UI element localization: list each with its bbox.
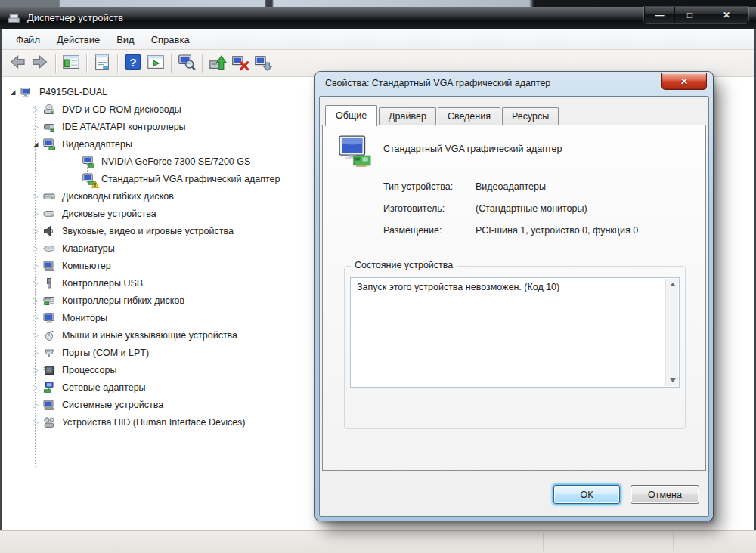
scan-hardware-changes-button[interactable] [175,53,198,74]
tree-item[interactable]: NVIDIA GeForce 7300 SE/7200 GS [2,153,280,170]
video-adapter-icon [42,137,57,151]
tree-item[interactable]: ▷Дисковые устройства [2,205,280,222]
action-pane-icon [147,53,165,74]
tree-item[interactable]: ▷Дисководы гибких дисков [2,187,280,205]
expand-arrow-icon[interactable]: ▷ [29,279,42,287]
tree-item-label: IDE ATA/ATAPI контроллеры [62,122,186,132]
expand-arrow-icon[interactable]: ▷ [29,296,42,304]
collapse-arrow-icon[interactable]: ◢ [6,88,20,96]
maximize-button[interactable]: □ [675,7,705,23]
expand-arrow-icon[interactable]: ▷ [29,418,42,426]
tree-item[interactable]: ▷Устройства HID (Human Interface Devices… [2,413,280,431]
tree-item[interactable]: ▷Сетевые адаптеры [2,378,280,396]
tree-item[interactable]: ◢Видеоадаптеры [2,135,280,153]
expand-arrow-icon[interactable]: ▷ [29,209,42,218]
toolbar-separator [117,54,118,73]
dialog-title[interactable]: Свойства: Стандартный VGA графический ад… [325,78,550,88]
menu-item-help[interactable]: Справка [143,31,198,48]
device-name: Стандартный VGA графический адаптер [383,144,562,154]
system-device-icon [42,398,57,412]
device-properties-dialog: Свойства: Стандартный VGA графический ад… [315,72,713,521]
tree-item-label: Порты (COM и LPT) [62,348,149,358]
tree-item[interactable]: ▷Процессоры [2,361,280,378]
tree-item[interactable]: ▷Контроллеры гибких дисков [2,292,280,309]
tab-Драйвер[interactable]: Драйвер [379,107,436,125]
menu-item-action[interactable]: Действие [48,31,108,48]
device-field-row: Тип устройства:Видеоадаптеры [383,181,690,203]
field-value: (Стандартные мониторы) [476,203,690,214]
help-button[interactable]: ? [122,53,144,74]
tree-item-label: NVIDIA GeForce 7300 SE/7200 GS [101,156,250,167]
close-button[interactable]: ✕ [705,7,748,23]
tree-item[interactable]: ▷Звуковые, видео и игровые устройства [2,222,280,239]
tree-item-label: Устройства HID (Human Interface Devices) [62,417,246,428]
dialog-close-button[interactable]: ✕ [662,73,707,90]
tab-Общие[interactable]: Общие [325,105,377,126]
action-pane-button[interactable] [144,53,167,74]
forward-button[interactable] [29,53,51,74]
expand-arrow-icon[interactable]: ▷ [29,122,42,131]
display-adapter-icon [338,134,373,169]
expand-arrow-icon[interactable]: ▷ [29,314,42,322]
uninstall-icon [231,53,249,74]
dialog-footer: ОК Отмена [320,485,708,504]
tree-item[interactable]: ▷Клавиатуры [2,239,280,257]
collapse-arrow-icon[interactable]: ◢ [29,141,42,148]
device-status-textbox[interactable]: Запуск этого устройства невозможен. (Код… [350,277,680,388]
system-device-icon [42,259,57,273]
menu-item-file[interactable]: Файл [8,31,48,48]
console-tree-icon [62,53,80,74]
device-status-text: Запуск этого устройства невозможен. (Код… [357,282,659,292]
tree-item[interactable]: ▷Компьютер [2,257,280,274]
tree-item[interactable]: Стандартный VGA графический адаптер [2,170,280,187]
expand-arrow-icon[interactable]: ▷ [29,383,42,391]
menu-item-view[interactable]: Вид [108,31,143,48]
tree-item-label: P4915GL-DUAL [39,87,107,97]
show-console-tree-button[interactable] [60,53,82,74]
device-field-row: Размещение:PCI-шина 1, устройство 0, фун… [383,225,690,247]
tree-item[interactable]: ▷IDE ATA/ATAPI контроллеры [2,118,280,135]
expand-arrow-icon[interactable]: ▷ [29,227,42,235]
expand-arrow-icon[interactable]: ▷ [29,192,42,200]
ok-button[interactable]: ОК [553,485,620,504]
disable-device-button[interactable] [252,53,274,74]
expand-arrow-icon[interactable]: ▷ [29,105,42,113]
status-scrollbar[interactable] [665,279,678,386]
scroll-up-icon[interactable] [666,279,679,290]
tree-item[interactable]: ▷Порты (COM и LPT) [2,344,280,361]
expand-arrow-icon[interactable]: ▷ [29,400,42,409]
tab-Сведения[interactable]: Сведения [438,107,500,125]
scroll-down-icon[interactable] [666,375,679,386]
back-button[interactable] [6,53,29,74]
tree-item[interactable]: ▷DVD и CD-ROM дисководы [2,100,280,118]
update-driver-button[interactable] [206,53,229,74]
tree-item[interactable]: ▷Контроллеры USB [2,274,280,292]
taskbar-divider [673,533,674,551]
expand-arrow-icon[interactable]: ▷ [29,244,42,252]
tree-item[interactable]: ▷Мыши и иные указывающие устройства [2,326,280,344]
minimize-button[interactable]: — [645,7,675,23]
tree-item[interactable]: ▷Мониторы [2,309,280,326]
warning-overlay-icon [91,180,99,187]
disable-icon [254,53,272,74]
scan-icon [178,53,196,74]
expand-arrow-icon[interactable]: ▷ [29,261,42,270]
cancel-button[interactable]: Отмена [631,485,699,504]
expand-arrow-icon[interactable]: ▷ [29,366,42,374]
expand-arrow-icon[interactable]: ▷ [29,331,42,339]
tab-Ресурсы[interactable]: Ресурсы [502,107,559,125]
usb-icon [42,276,57,290]
device-manager-titlebar[interactable]: Диспетчер устройств — □ ✕ [0,7,756,29]
dialog-body: ОбщиеДрайверСведенияРесурсы Стандартный … [319,96,709,517]
desktop: Диспетчер устройств — □ ✕ ФайлДействиеВи… [0,0,756,553]
tree-item[interactable]: ▷Системные устройства [2,396,280,413]
expand-arrow-icon[interactable]: ▷ [29,348,42,357]
properties-button[interactable] [91,53,113,74]
tree-item[interactable]: ◢P4915GL-DUAL [2,83,280,100]
field-value: Видеоадаптеры [476,181,690,192]
uninstall-device-button[interactable] [229,53,252,74]
video-adapter-icon [82,155,97,168]
tree-item-label: Компьютер [62,261,111,271]
tree-item-label: Звуковые, видео и игровые устройства [62,226,234,236]
forward-icon [31,53,49,74]
